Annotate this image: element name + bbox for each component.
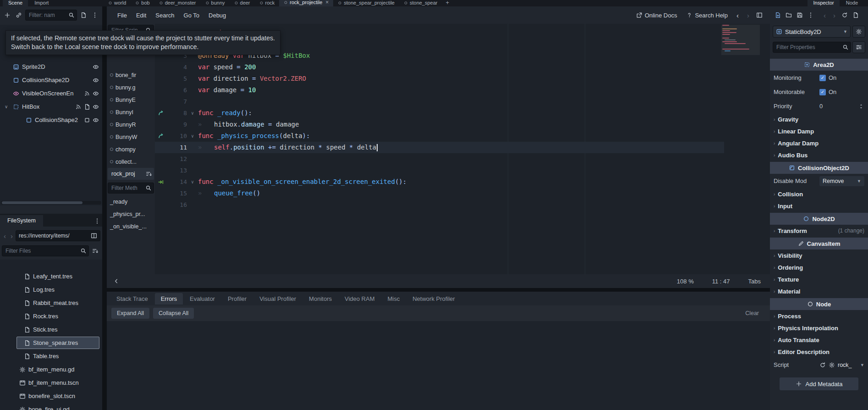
code-line-12[interactable]: 12 (155, 153, 770, 165)
add-metadata-button[interactable]: Add Metadata (780, 377, 858, 390)
history-forward-icon[interactable]: › (9, 232, 15, 240)
code-line-11[interactable]: 11»self.position += direction * speed * … (155, 142, 770, 153)
filter-properties-input[interactable] (773, 42, 851, 53)
file-stone-spear-tres[interactable]: Stone_spear.tres (0, 336, 102, 349)
toggle-scripts-panel-button[interactable] (754, 10, 764, 20)
code-line-14[interactable]: 14∨func _on_visible_on_screen_enabler_2d… (155, 176, 770, 188)
scene-tree-hscrollbar[interactable] (1, 201, 101, 205)
fold-arrow-icon[interactable]: ∨ (191, 176, 194, 188)
current-path-box[interactable]: res://inventory/items/ (16, 230, 100, 241)
tree-item-visibleonscreenen[interactable]: VisibleOnScreenEn (0, 87, 102, 100)
debugger-tab-evaluator[interactable]: Evaluator (184, 293, 221, 305)
method-item-on-visible[interactable]: _on_visible_... (107, 220, 155, 233)
debugger-tab-misc[interactable]: Misc (381, 293, 406, 305)
split-view-icon[interactable] (91, 233, 97, 239)
dock-tab-node[interactable]: Node (841, 0, 863, 6)
file-bf-item-menu-gd[interactable]: bf_item_menu.gd (0, 363, 102, 376)
fold-arrow-icon[interactable]: ∨ (191, 107, 194, 119)
inspector-group-material[interactable]: ›Material (770, 285, 868, 297)
scene-tab-rock-projectile[interactable]: rock_projectile× (279, 0, 333, 6)
close-tab-icon[interactable]: × (325, 0, 329, 6)
inspector-group-angular-damp[interactable]: ›Angular Damp (770, 137, 868, 149)
fold-arrow-icon[interactable]: ∨ (191, 130, 194, 142)
scene-tab-bob[interactable]: bob (131, 0, 154, 6)
menu-search[interactable]: Search (151, 10, 178, 21)
code-line-8[interactable]: 8∨func _ready(): (155, 107, 770, 119)
dock-tab-inspector[interactable]: Inspector (808, 0, 839, 6)
inspector-category-node2d[interactable]: Node2D (770, 213, 868, 225)
filesystem-menu-icon[interactable] (92, 218, 102, 227)
method-item-ready[interactable]: _ready (107, 195, 155, 208)
file-stick-tres[interactable]: Stick.tres (0, 323, 102, 336)
inspector-tools-button[interactable] (852, 26, 865, 38)
collapse-all-button[interactable]: Collapse All (153, 308, 194, 319)
spin-value[interactable]: 0 (819, 103, 823, 110)
debugger-tab-profiler[interactable]: Profiler (222, 293, 253, 305)
history-back-icon[interactable]: ‹ (2, 232, 8, 240)
online-docs-button[interactable]: Online Docs (632, 10, 681, 21)
new-resource-button[interactable] (773, 10, 783, 20)
inspector-group-audio-bus[interactable]: ›Audio Bus (770, 149, 868, 161)
script-value[interactable]: rock_ (838, 362, 852, 368)
signal-connected-icon[interactable] (158, 179, 164, 185)
debugger-tab-visual-profiler[interactable]: Visual Profiler (253, 293, 302, 305)
inspector-category-area2d[interactable]: Area2D (770, 59, 868, 71)
code-line-4[interactable]: 4var speed = 200 (155, 61, 770, 73)
inspector-group-linear-damp[interactable]: ›Linear Damp (770, 125, 868, 137)
chevron-down-icon[interactable]: ▼ (860, 363, 864, 367)
scene-tab-deer-monster[interactable]: deer_monster (154, 0, 201, 6)
add-scene-tab-button[interactable]: + (442, 0, 453, 6)
inspector-group-texture[interactable]: ›Texture (770, 273, 868, 285)
resource-menu-button[interactable] (806, 10, 816, 20)
script-item-bunnyw[interactable]: BunnyW (107, 131, 155, 143)
debugger-tab-network-profiler[interactable]: Network Profiler (407, 293, 461, 305)
clear-button[interactable]: Clear (739, 308, 765, 319)
dropdown-disable-mod[interactable]: Remove▼ (819, 176, 864, 186)
attach-script-button[interactable] (78, 10, 88, 20)
tree-item-sprite2d[interactable]: Sprite2D (0, 60, 102, 73)
add-node-button[interactable] (2, 10, 12, 20)
inspector-group-gravity[interactable]: ›Gravity (770, 113, 868, 125)
expand-all-button[interactable]: Expand All (111, 308, 149, 319)
eye-icon[interactable] (93, 90, 99, 97)
instance-scene-button[interactable] (14, 10, 24, 20)
code-line-10[interactable]: 10∨func _physics_process(delta): (155, 130, 770, 142)
inspector-category-canvasitem[interactable]: CanvasItem (770, 238, 868, 249)
script-item-bunnyi[interactable]: BunnyI (107, 106, 155, 118)
file-bone-fire-ui-gd[interactable]: bone_fire_ui.gd (0, 403, 102, 410)
tree-item-hitbox[interactable]: ∨HitBox (0, 100, 102, 113)
code-line-7[interactable]: 7 (155, 96, 770, 107)
script-item-bunnye[interactable]: BunnyE (107, 94, 155, 106)
inspector-group-input[interactable]: ›Input (770, 200, 868, 212)
inspector-category-collisionobject2d[interactable]: CollisionObject2D (770, 162, 868, 174)
method-item-physics-pr[interactable]: _physics_pr... (107, 208, 155, 220)
connection-icon[interactable] (158, 110, 164, 116)
inspector-group-physics-interpolation[interactable]: ›Physics Interpolation (770, 322, 868, 334)
debugger-tab-stack-trace[interactable]: Stack Trace (110, 293, 154, 305)
code-line-16[interactable]: 16 (155, 199, 770, 211)
dock-tab-import[interactable]: Import (29, 0, 54, 6)
file-table-tres[interactable]: Table.tres (0, 349, 102, 363)
debugger-tab-monitors[interactable]: Monitors (303, 293, 338, 305)
inspector-group-editor-description[interactable]: ›Editor Description (770, 346, 868, 358)
file-leafy-tent-tres[interactable]: Leafy_tent.tres (0, 270, 102, 283)
inspector-forward-button[interactable]: › (830, 11, 839, 19)
menu-go-to[interactable]: Go To (180, 10, 203, 21)
save-resource-button[interactable] (795, 10, 805, 20)
script-item-chompy[interactable]: chompy (107, 143, 155, 155)
script-item-bunny-g[interactable]: bunny.g (107, 81, 155, 94)
cursor-position[interactable]: 11 : 47 (712, 278, 730, 285)
tree-item-collisionshape2[interactable]: CollisionShape2 (0, 113, 102, 127)
code-minimap[interactable] (721, 25, 760, 55)
inspector-category-node[interactable]: Node (770, 298, 868, 310)
file-bf-item-menu-tscn[interactable]: bf_item_menu.tscn (0, 376, 102, 389)
file-rabbit-meat-tres[interactable]: Rabbit_meat.tres (0, 296, 102, 310)
inspector-group-visibility[interactable]: ›Visibility (770, 249, 868, 261)
tree-item-collisionshape2d[interactable]: CollisionShape2D (0, 73, 102, 87)
scene-tab-deer[interactable]: deer (230, 0, 255, 6)
script-item-collect[interactable]: collect... (107, 155, 155, 168)
scene-tab-world[interactable]: world (104, 0, 131, 6)
menu-edit[interactable]: Edit (132, 10, 150, 21)
debugger-tab-errors[interactable]: Errors (155, 293, 183, 305)
script-item-bunnyr[interactable]: BunnyR (107, 118, 155, 131)
